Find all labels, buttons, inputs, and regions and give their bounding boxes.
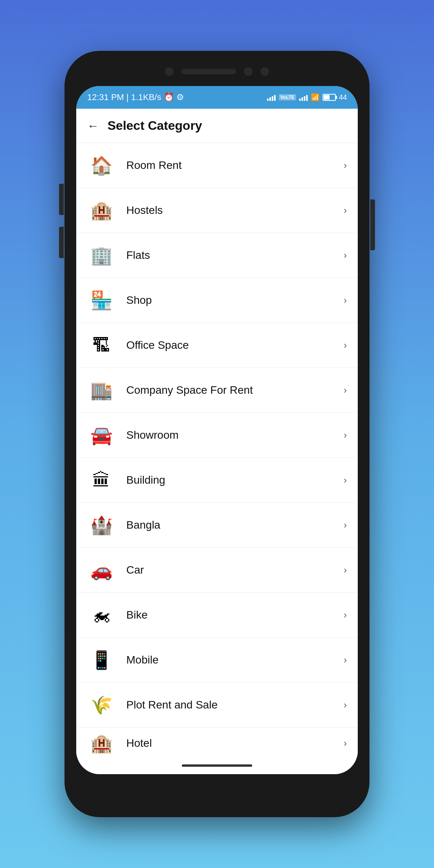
list-item-showroom[interactable]: 🚘 Showroom › bbox=[76, 413, 358, 458]
chevron-icon: › bbox=[344, 250, 347, 261]
phone-frame: 12:31 PM | 1.1KB/s ⏰ ⚙ VoLTE bbox=[65, 51, 369, 817]
chevron-icon: › bbox=[344, 340, 347, 351]
status-speed: | bbox=[126, 92, 131, 102]
chevron-icon: › bbox=[344, 385, 347, 396]
hostels-label: Hostels bbox=[126, 204, 344, 217]
building-label: Building bbox=[126, 474, 344, 486]
bike-icon: 🏍 bbox=[87, 601, 115, 629]
list-item-bangla[interactable]: 🏰 Bangla › bbox=[76, 503, 358, 548]
home-bar bbox=[76, 757, 358, 774]
status-time: 12:31 PM bbox=[87, 92, 124, 102]
status-bar: 12:31 PM | 1.1KB/s ⏰ ⚙ VoLTE bbox=[76, 86, 358, 109]
signal-bar-3 bbox=[272, 96, 273, 101]
bangla-label: Bangla bbox=[126, 519, 344, 531]
volume-up-button[interactable] bbox=[59, 184, 64, 215]
shop-label: Shop bbox=[126, 294, 344, 307]
chevron-icon: › bbox=[344, 610, 347, 621]
hostels-icon: 🏨 bbox=[87, 196, 115, 224]
list-item-building[interactable]: 🏛 Building › bbox=[76, 458, 358, 503]
plot-label: Plot Rent and Sale bbox=[126, 699, 344, 711]
battery-fill bbox=[324, 95, 330, 100]
company-space-icon: 🏬 bbox=[87, 376, 115, 404]
room-rent-label: Room Rent bbox=[126, 159, 344, 172]
list-item-hotel-partial[interactable]: 🏨 Hotel › bbox=[76, 728, 358, 757]
list-item-bike[interactable]: 🏍 Bike › bbox=[76, 593, 358, 638]
showroom-icon: 🚘 bbox=[87, 421, 115, 449]
signal-bar2-2 bbox=[301, 97, 303, 101]
list-item-flats[interactable]: 🏢 Flats › bbox=[76, 233, 358, 278]
plot-icon: 🌾 bbox=[87, 691, 115, 719]
status-time-speed: 12:31 PM | 1.1KB/s ⏰ ⚙ bbox=[87, 92, 184, 102]
showroom-label: Showroom bbox=[126, 429, 344, 441]
list-item-room-rent[interactable]: 🏠 Room Rent › bbox=[76, 143, 358, 188]
status-right: VoLTE 📶 44 bbox=[267, 93, 347, 102]
list-item-plot[interactable]: 🌾 Plot Rent and Sale › bbox=[76, 683, 358, 728]
signal-bars bbox=[267, 94, 276, 101]
mobile-icon: 📱 bbox=[87, 646, 115, 674]
company-space-label: Company Space For Rent bbox=[126, 384, 344, 396]
list-item-hostels[interactable]: 🏨 Hostels › bbox=[76, 188, 358, 233]
flats-label: Flats bbox=[126, 249, 344, 262]
building-icon: 🏛 bbox=[87, 466, 115, 494]
settings-icon: ⚙ bbox=[176, 92, 184, 102]
signal-bar2-1 bbox=[299, 99, 301, 101]
speaker bbox=[181, 69, 236, 74]
car-label: Car bbox=[126, 564, 344, 576]
list-item-shop[interactable]: 🏪 Shop › bbox=[76, 278, 358, 323]
page-title: Select Category bbox=[108, 118, 202, 133]
volume-down-button[interactable] bbox=[59, 227, 64, 258]
hotel-label: Hotel bbox=[126, 737, 344, 750]
chevron-icon: › bbox=[344, 205, 347, 216]
wifi-icon: 📶 bbox=[311, 93, 319, 102]
signal-bar-4 bbox=[274, 95, 276, 101]
chevron-icon: › bbox=[344, 520, 347, 531]
back-button[interactable]: ← bbox=[87, 119, 99, 133]
front-camera bbox=[165, 67, 174, 76]
alarm-icon: ⏰ bbox=[163, 92, 174, 102]
camera-dot-2 bbox=[244, 67, 253, 76]
office-space-label: Office Space bbox=[126, 339, 344, 352]
room-rent-icon: 🏠 bbox=[87, 151, 115, 179]
category-list: 🏠 Room Rent › 🏨 Hostels › 🏢 Flats › 🏪 Sh… bbox=[76, 143, 358, 757]
app-header: ← Select Category bbox=[76, 109, 358, 143]
signal-bar-2 bbox=[269, 97, 271, 101]
signal-bars-2 bbox=[299, 94, 308, 101]
chevron-icon: › bbox=[344, 475, 347, 486]
mobile-label: Mobile bbox=[126, 654, 344, 666]
signal-bar2-4 bbox=[306, 95, 308, 101]
phone-screen: 12:31 PM | 1.1KB/s ⏰ ⚙ VoLTE bbox=[76, 86, 358, 774]
list-item-mobile[interactable]: 📱 Mobile › bbox=[76, 638, 358, 683]
chevron-icon: › bbox=[344, 160, 347, 171]
volte-badge: VoLTE bbox=[279, 94, 296, 100]
car-icon: 🚗 bbox=[87, 556, 115, 584]
chevron-icon: › bbox=[344, 699, 347, 710]
camera-dot-3 bbox=[260, 67, 269, 76]
power-button[interactable] bbox=[370, 199, 375, 250]
list-item-company-space[interactable]: 🏬 Company Space For Rent › bbox=[76, 368, 358, 413]
shop-icon: 🏪 bbox=[87, 286, 115, 314]
flats-icon: 🏢 bbox=[87, 241, 115, 269]
signal-bar-1 bbox=[267, 99, 269, 101]
chevron-icon: › bbox=[344, 565, 347, 576]
status-speed-val: 1.1KB/s bbox=[131, 92, 161, 102]
list-item-office-space[interactable]: 🏗 Office Space › bbox=[76, 323, 358, 368]
chevron-icon: › bbox=[344, 430, 347, 441]
hotel-icon: 🏨 bbox=[87, 729, 115, 757]
chevron-icon: › bbox=[344, 738, 347, 749]
chevron-icon: › bbox=[344, 655, 347, 665]
bike-label: Bike bbox=[126, 609, 344, 621]
signal-bar2-3 bbox=[304, 96, 305, 101]
bangla-icon: 🏰 bbox=[87, 511, 115, 539]
home-bar-line[interactable] bbox=[182, 764, 252, 767]
office-space-icon: 🏗 bbox=[87, 331, 115, 359]
battery-icon bbox=[323, 94, 336, 101]
list-item-car[interactable]: 🚗 Car › bbox=[76, 548, 358, 593]
chevron-icon: › bbox=[344, 295, 347, 306]
phone-top-bar bbox=[65, 51, 369, 86]
battery-percent: 44 bbox=[339, 93, 347, 102]
